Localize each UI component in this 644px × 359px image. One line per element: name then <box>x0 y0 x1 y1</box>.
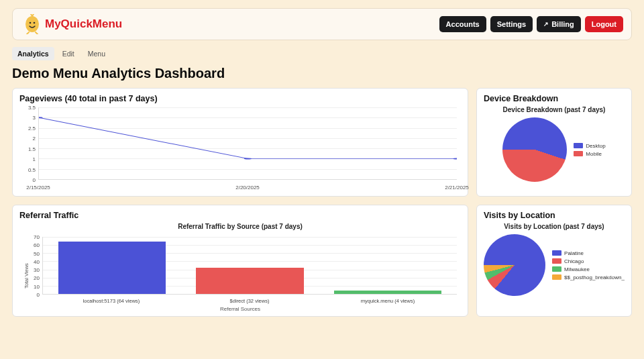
tabs: Analytics Edit Menu <box>12 47 632 60</box>
y-tick: 20 <box>25 275 40 281</box>
legend-swatch <box>552 250 561 256</box>
legend-swatch <box>552 266 561 272</box>
legend-swatch <box>552 258 561 264</box>
y-tick: 3.5 <box>19 105 36 111</box>
category-label: myquick.menu (4 views) <box>361 298 415 304</box>
legend-swatch <box>552 274 561 280</box>
y-tick: 2.5 <box>19 125 36 131</box>
legend-label: Mobile <box>586 151 602 157</box>
y-tick: 10 <box>25 283 40 289</box>
tab-analytics[interactable]: Analytics <box>12 47 54 60</box>
logo-icon <box>23 14 41 34</box>
legend-label: Desktop <box>586 143 605 149</box>
y-tick: 0 <box>19 177 36 183</box>
brand: MyQuickMenu <box>23 14 122 34</box>
y-tick: 70 <box>25 234 40 240</box>
category-label: $direct (32 views) <box>230 298 270 304</box>
svg-point-5 <box>453 158 457 159</box>
location-chart-title: Visits by Location (past 7 days) <box>484 223 625 230</box>
svg-point-4 <box>244 158 252 159</box>
location-card: Visits by Location Visits by Location (p… <box>476 205 632 317</box>
pageviews-card: Pageviews (40 total in past 7 days) 00.5… <box>12 88 468 197</box>
y-tick: 60 <box>25 242 40 248</box>
legend-item: Chicago <box>552 258 625 264</box>
app-header: MyQuickMenu Accounts Settings ↗ Billing … <box>12 8 632 40</box>
legend-label: $$_posthog_breakdown_ <box>564 274 625 280</box>
settings-button[interactable]: Settings <box>490 16 533 32</box>
external-link-icon: ↗ <box>543 21 549 28</box>
y-tick: 3 <box>19 115 36 121</box>
legend-item: Desktop <box>574 143 605 149</box>
location-title: Visits by Location <box>484 211 625 220</box>
legend-swatch <box>574 151 583 156</box>
y-tick: 50 <box>25 250 40 256</box>
logout-button[interactable]: Logout <box>585 16 623 32</box>
referral-title: Referral Traffic <box>19 211 461 220</box>
x-tick: 2/15/2025 <box>26 185 50 191</box>
device-chart-title: Device Breakdown (past 7 days) <box>484 106 625 113</box>
legend-swatch <box>574 143 583 148</box>
page-title: Demo Menu Analytics Dashboard <box>12 66 632 81</box>
legend-item: Palatine <box>552 250 625 256</box>
y-tick: 1.5 <box>19 146 36 152</box>
tab-edit[interactable]: Edit <box>57 47 80 60</box>
y-tick: 30 <box>25 267 40 273</box>
legend-item: Milwaukee <box>552 266 625 272</box>
device-legend: DesktopMobile <box>574 143 605 157</box>
referral-card: Referral Traffic Referral Traffic by Sou… <box>12 205 468 317</box>
bar <box>196 268 303 294</box>
device-pie-chart <box>502 117 567 182</box>
referral-chart: Total Views Referral Sources 01020304050… <box>19 234 461 312</box>
location-legend: PalatineChicagoMilwaukee$$_posthog_break… <box>552 250 625 280</box>
device-title: Device Breakdown <box>484 94 625 103</box>
legend-item: $$_posthog_breakdown_ <box>552 274 625 280</box>
brand-name: MyQuickMenu <box>45 17 122 31</box>
legend-label: Milwaukee <box>564 266 590 272</box>
pageviews-chart: 00.511.522.533.52/15/20252/20/20252/21/2… <box>19 106 461 192</box>
referral-xlabel: Referral Sources <box>220 306 260 312</box>
y-tick: 1 <box>19 156 36 162</box>
bar <box>58 242 166 294</box>
location-pie-chart <box>484 234 545 296</box>
legend-label: Chicago <box>564 258 584 264</box>
category-label: localhost:5173 (64 views) <box>83 298 140 304</box>
billing-label: Billing <box>551 20 574 28</box>
pageviews-title: Pageviews (40 total in past 7 days) <box>19 94 461 103</box>
page-content: Analytics Edit Menu Demo Menu Analytics … <box>0 47 644 317</box>
svg-point-1 <box>30 22 32 24</box>
x-tick: 2/20/2025 <box>235 185 260 191</box>
device-card: Device Breakdown Device Breakdown (past … <box>476 88 632 197</box>
y-tick: 40 <box>25 258 40 264</box>
legend-item: Mobile <box>574 151 605 157</box>
svg-point-2 <box>34 22 36 24</box>
bar <box>334 291 441 294</box>
billing-button[interactable]: ↗ Billing <box>537 16 581 32</box>
accounts-button[interactable]: Accounts <box>439 16 486 32</box>
y-tick: 0.5 <box>19 166 36 172</box>
x-tick: 2/21/2025 <box>445 185 469 191</box>
svg-point-0 <box>25 16 39 32</box>
legend-label: Palatine <box>564 250 584 256</box>
header-actions: Accounts Settings ↗ Billing Logout <box>439 16 623 32</box>
y-tick: 0 <box>25 292 40 298</box>
y-tick: 2 <box>19 136 36 142</box>
tab-menu[interactable]: Menu <box>83 47 111 60</box>
referral-chart-title: Referral Traffic by Source (past 7 days) <box>19 223 461 230</box>
